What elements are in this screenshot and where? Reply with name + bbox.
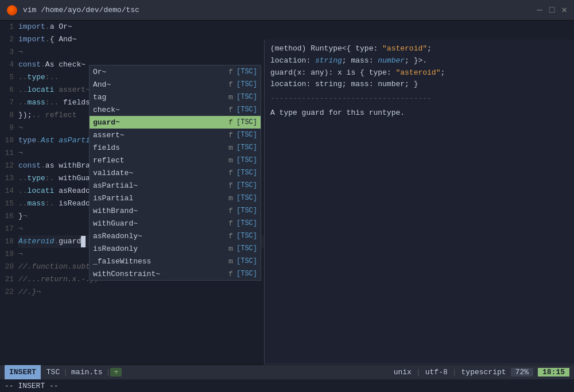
ac-item-reflect[interactable]: reflect m [TSC]	[90, 154, 261, 166]
status-sep4: |	[452, 368, 457, 377]
autocomplete-popup[interactable]: Or~ f [TSC] And~ f [TSC] tag m [TSC] che…	[89, 65, 261, 281]
doc-line1: (method) Runtype<{ type: "asteroid";	[270, 43, 568, 55]
ac-item-asreadonly[interactable]: asReadonly~ f [TSC]	[90, 230, 261, 242]
status-filename: main.ts	[68, 368, 106, 377]
maximize-button[interactable]: □	[549, 6, 555, 15]
app-icon	[7, 5, 17, 15]
ac-item-falsewitness[interactable]: _falseWitness m [TSC]	[90, 255, 261, 267]
doc-popup: (method) Runtype<{ type: "asteroid"; loc…	[264, 40, 574, 364]
status-filetype: typescript	[461, 368, 506, 377]
status-unix: unix	[394, 368, 412, 377]
ac-item-withconstraint[interactable]: withConstraint~ f [TSC]	[90, 267, 261, 280]
ac-item-tag[interactable]: tag m [TSC]	[90, 91, 261, 103]
ac-item-withguard[interactable]: withGuard~ f [TSC]	[90, 217, 261, 230]
doc-description: A type guard for this runtype.	[270, 107, 568, 119]
ac-item-or[interactable]: Or~ f [TSC]	[90, 65, 261, 78]
statusbar: INSERT TSC | main.ts | + unix | utf-8 | …	[0, 364, 574, 379]
ac-item-isreadonly[interactable]: isReadonly m [TSC]	[90, 242, 261, 255]
ac-item-withbrand[interactable]: withBrand~ f [TSC]	[90, 204, 261, 217]
doc-line3: guard(x: any): x is { type: "asteroid";	[270, 67, 568, 79]
ac-item-validate[interactable]: validate~ f [TSC]	[90, 166, 261, 179]
code-line-1: import.a Or~	[18, 21, 574, 33]
minimize-button[interactable]: —	[537, 6, 542, 15]
line-numbers: 12345 678910 1112131415 1617181920 2122	[0, 21, 18, 364]
doc-line2: location: string; mass: number; }>.	[270, 55, 568, 67]
ac-item-check[interactable]: check~ f [TSC]	[90, 103, 261, 116]
ac-item-aspartial[interactable]: asPartial~ f [TSC]	[90, 179, 261, 192]
status-position: 18:15	[538, 368, 569, 377]
modeline-text: -- INSERT --	[5, 382, 59, 390]
window-title: vim /home/ayo/dev/demo/tsc	[23, 6, 531, 14]
close-button[interactable]: ✕	[561, 6, 567, 15]
status-sep1: |	[63, 368, 68, 377]
ac-item-fields[interactable]: fields m [TSC]	[90, 141, 261, 154]
editor-area: 12345 678910 1112131415 1617181920 2122 …	[0, 21, 574, 364]
ac-item-assert[interactable]: assert~ f [TSC]	[90, 129, 261, 141]
status-sep3: |	[416, 368, 421, 377]
window-controls: — □ ✕	[537, 6, 567, 15]
vim-modeline: -- INSERT --	[0, 379, 574, 392]
status-tsc: TSC	[43, 368, 63, 377]
titlebar: vim /home/ayo/dev/demo/tsc — □ ✕	[0, 0, 574, 21]
ac-item-ispartial[interactable]: isPartial m [TSC]	[90, 192, 261, 204]
doc-line4: location: string; mass: number; }	[270, 79, 568, 91]
mode-indicator: INSERT	[5, 365, 41, 379]
ac-item-guard[interactable]: guard~ f [TSC]	[90, 116, 261, 129]
status-right: unix | utf-8 | typescript 72% 18:15	[394, 368, 569, 377]
status-encoding: utf-8	[425, 368, 448, 377]
status-sep2: |	[106, 368, 111, 377]
status-modified: +	[110, 368, 122, 377]
status-percent: 72%	[511, 368, 533, 377]
ac-item-and[interactable]: And~ f [TSC]	[90, 78, 261, 91]
doc-divider: ------------------------------------	[270, 93, 568, 105]
